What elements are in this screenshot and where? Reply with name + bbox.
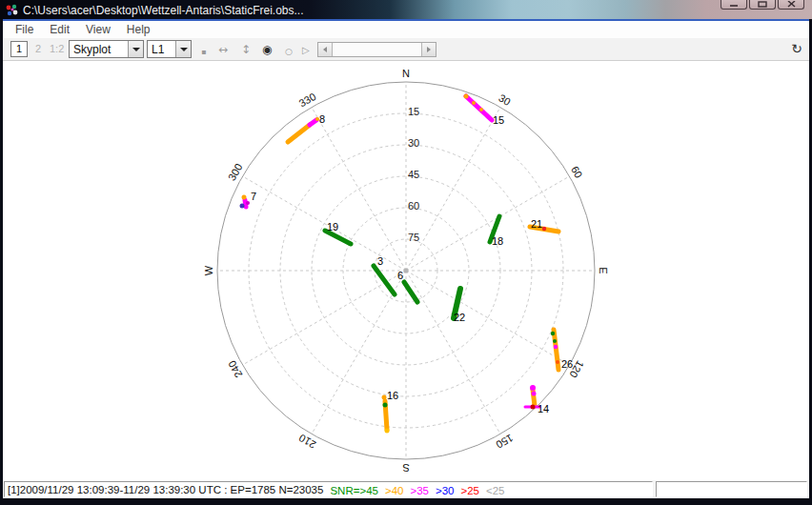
svg-text:S: S	[402, 462, 409, 474]
menu-edit[interactable]: Edit	[48, 22, 71, 37]
fit-horizontal-icon[interactable]: ↔	[218, 42, 228, 57]
snr-legend-item: >40	[385, 485, 404, 496]
square-dot-icon[interactable]: ▪	[201, 45, 206, 60]
toolbar-scrollbar[interactable]	[317, 42, 436, 57]
svg-text:19: 19	[327, 221, 338, 232]
status-text: [1]2009/11/29 13:09:39-11/29 13:39:30 UT…	[8, 484, 323, 495]
view-split-1-button[interactable]: 1	[10, 41, 28, 57]
minimize-button[interactable]	[721, 0, 747, 10]
menu-bar: File Edit View Help	[3, 19, 809, 38]
menu-file[interactable]: File	[13, 22, 35, 37]
svg-text:330: 330	[297, 91, 318, 110]
svg-text:8: 8	[319, 113, 325, 125]
signal-value: L1	[148, 41, 175, 57]
app-icon	[5, 4, 19, 17]
plot-type-select[interactable]: Skyplot	[69, 40, 144, 58]
snr-legend: SNR=>45>40>35>30>25<25	[323, 481, 504, 497]
status-panel-main: [1]2009/11/29 13:09:39-11/29 13:39:30 UT…	[4, 481, 653, 497]
svg-text:6: 6	[397, 270, 403, 281]
svg-text:16: 16	[387, 390, 398, 401]
svg-text:210: 210	[297, 432, 318, 451]
snr-legend-item: >30	[436, 485, 455, 496]
chevron-down-icon[interactable]	[128, 41, 143, 57]
skyplot-svg: 1530456075N3060E120150S210240W3003308157…	[3, 61, 809, 480]
signal-select[interactable]: L1	[147, 40, 192, 58]
maximize-button[interactable]	[749, 0, 776, 10]
snr-legend-item: <25	[486, 485, 505, 496]
svg-text:26: 26	[561, 358, 573, 370]
svg-text:18: 18	[492, 235, 503, 247]
svg-text:60: 60	[569, 164, 585, 180]
chevron-down-icon[interactable]	[175, 41, 191, 57]
menu-view[interactable]: View	[84, 22, 112, 37]
svg-text:300: 300	[226, 162, 245, 183]
view-split-12-button[interactable]: 1:2	[50, 43, 64, 54]
snr-legend-item: >35	[410, 485, 429, 496]
skyplot-area: 1530456075N3060E120150S210240W3003308157…	[3, 61, 809, 480]
svg-text:45: 45	[408, 169, 419, 180]
svg-text:E: E	[598, 267, 609, 273]
window-title: C:\Users\acer\Desktop\Wettzell-Antaris\S…	[23, 4, 304, 17]
svg-text:30: 30	[408, 137, 419, 149]
svg-text:W: W	[203, 265, 214, 275]
menu-help[interactable]: Help	[125, 22, 152, 37]
svg-text:22: 22	[454, 312, 465, 323]
scroll-right-button[interactable]	[421, 43, 436, 56]
svg-text:30: 30	[497, 91, 513, 108]
svg-text:14: 14	[538, 403, 549, 414]
scroll-left-button[interactable]	[318, 43, 333, 56]
scrollbar-track[interactable]	[333, 43, 421, 56]
fit-vertical-icon[interactable]: ↕	[241, 42, 251, 57]
plot-type-value: Skyplot	[70, 41, 128, 57]
svg-text:15: 15	[493, 114, 504, 126]
titlebar[interactable]: C:\Users\acer\Desktop\Wettzell-Antaris\S…	[0, 0, 812, 19]
status-panel-extra	[656, 481, 807, 497]
app-window: C:\Users\acer\Desktop\Wettzell-Antaris\S…	[0, 0, 812, 505]
view-split-2-button[interactable]: 2	[35, 43, 41, 54]
svg-text:60: 60	[408, 200, 419, 212]
snr-legend-item: SNR=>45	[330, 485, 378, 496]
refresh-icon[interactable]: ↻	[791, 41, 802, 56]
snr-legend-item: >25	[460, 485, 479, 496]
svg-text:15: 15	[408, 106, 419, 117]
svg-text:240: 240	[226, 359, 245, 380]
svg-text:7: 7	[251, 191, 256, 202]
svg-text:150: 150	[495, 432, 516, 451]
svg-text:N: N	[402, 68, 410, 79]
window-controls	[721, 0, 804, 10]
svg-text:3: 3	[377, 255, 383, 267]
close-button[interactable]	[778, 0, 804, 10]
status-bar: [1]2009/11/29 13:09:39-11/29 13:39:30 UT…	[3, 480, 809, 498]
svg-text:21: 21	[531, 218, 542, 230]
toolbar: 1 2 1:2 Skyplot L1 ▪ ↔ ↕ ◉ ○ ▷ ↻	[3, 38, 809, 61]
center-target-icon[interactable]: ◉	[262, 42, 272, 57]
svg-text:75: 75	[408, 232, 419, 243]
circle-icon[interactable]: ○	[285, 44, 293, 59]
play-icon[interactable]: ▷	[302, 43, 310, 58]
